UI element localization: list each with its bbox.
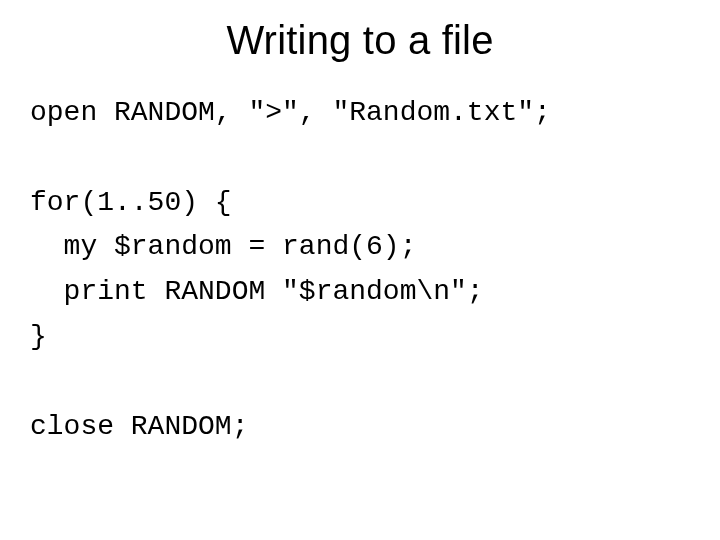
code-line: } [30,321,47,352]
code-block: open RANDOM, ">", "Random.txt"; for(1..5… [30,91,680,449]
code-line: my $random = rand(6); [30,231,416,262]
slide-title: Writing to a file [40,18,680,63]
slide: Writing to a file open RANDOM, ">", "Ran… [0,0,720,540]
code-line: print RANDOM "$random\n"; [30,276,484,307]
code-line: close RANDOM; [30,411,248,442]
code-line: for(1..50) { [30,187,232,218]
code-line: open RANDOM, ">", "Random.txt"; [30,97,551,128]
